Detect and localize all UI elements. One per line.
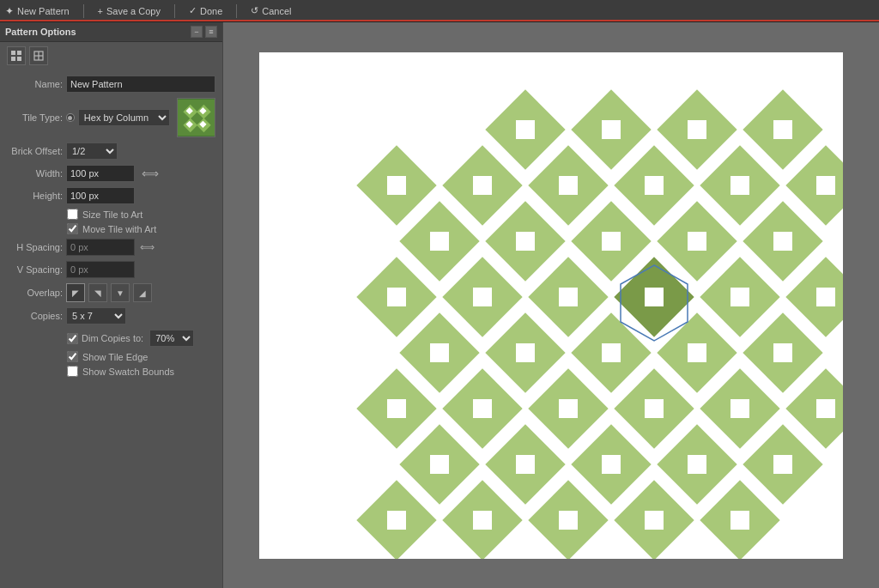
panel-title: Pattern Options [5,27,76,37]
done-btn[interactable]: ✓ Done [189,5,222,16]
save-copy-btn[interactable]: + Save a Copy [98,6,161,16]
name-input[interactable] [66,76,215,93]
size-tile-label: Size Tile to Art [82,209,142,220]
main-area: Pattern Options − ≡ [0,22,879,588]
h-spacing-input[interactable] [66,239,135,256]
panel-controls: − ≡ [191,26,217,38]
pattern-options-panel: Pattern Options − ≡ [0,22,223,588]
move-tile-row: Move Tile with Art [0,221,222,236]
cancel-btn[interactable]: ↺ Cancel [251,5,291,16]
svg-rect-7 [178,99,215,136]
brick-offset-label: Brick Offset: [7,146,63,156]
svg-rect-19 [259,52,269,62]
tile-type-label: Tile Type: [7,112,63,123]
svg-rect-1 [17,51,21,55]
height-row: Height: [0,185,222,207]
dim-copies-select[interactable]: 70% 50% 80% 90% [149,330,194,347]
new-pattern-btn[interactable]: ✦ New Pattern [5,5,70,17]
tile-type-row: Tile Type: Hex by Column Hex by Row Grid… [0,95,222,140]
brick-offset-row: Brick Offset: 1/2 1/3 1/4 [0,140,222,162]
grid-icon-btn[interactable] [7,46,26,65]
canvas-area [223,22,879,588]
show-swatch-checkbox[interactable] [67,366,78,377]
height-input[interactable] [66,187,135,204]
brick-offset-select[interactable]: 1/2 1/3 1/4 [66,142,118,160]
height-label: Height: [7,191,63,201]
name-row: Name: [0,73,222,95]
svg-rect-0 [11,51,15,55]
new-pattern-label: New Pattern [17,6,70,16]
svg-rect-16 [259,52,300,93]
svg-rect-3 [17,57,21,61]
v-spacing-row: V Spacing: [0,258,222,281]
width-label: Width: [7,168,63,179]
width-row: Width: ⟺ [0,162,222,185]
h-spacing-label: H Spacing: [7,242,63,252]
dim-copies-label: Dim Copies to: [82,333,143,343]
canvas-white[interactable] [259,52,843,559]
svg-rect-17 [259,52,269,62]
panel-icon-row [0,42,222,70]
size-tile-checkbox[interactable] [67,209,78,220]
overlap-bl-btn[interactable]: ▼ [111,283,130,302]
show-tile-checkbox[interactable] [67,351,78,362]
show-swatch-row: Show Swatch Bounds [0,364,222,379]
overlap-label: Overlap: [7,288,63,298]
size-tile-row: Size Tile to Art [0,207,222,221]
copies-row: Copies: 5 x 7 3 x 3 5 x 5 7 x 7 [0,305,222,327]
show-swatch-label: Show Swatch Bounds [82,367,174,377]
v-spacing-input[interactable] [66,261,135,278]
overlap-tr-btn[interactable]: ◥ [88,283,107,302]
pattern-svg [259,52,843,559]
divider-2 [174,4,175,18]
save-copy-label: Save a Copy [106,6,161,16]
show-tile-row: Show Tile Edge [0,349,222,364]
h-spacing-row: H Spacing: ⟺ [0,236,222,258]
v-spacing-label: V Spacing: [7,264,63,275]
dim-copies-checkbox[interactable] [67,333,78,344]
panel-menu-btn[interactable]: ≡ [205,26,217,38]
h-spacing-link-icon[interactable]: ⟺ [140,241,155,253]
dim-copies-row: Dim Copies to: 70% 50% 80% 90% [0,327,222,349]
tile-type-select[interactable]: Hex by Column Hex by Row Grid Brick by R… [78,109,170,126]
top-toolbar: ✦ New Pattern + Save a Copy ✓ Done ↺ Can… [0,0,879,22]
copies-label: Copies: [7,311,63,321]
copies-select[interactable]: 5 x 7 3 x 3 5 x 5 7 x 7 [66,307,126,324]
tile-icon-btn[interactable] [29,46,48,65]
done-icon: ✓ [189,5,197,16]
move-tile-label: Move Tile with Art [82,224,156,234]
tile-type-radio[interactable] [66,113,75,122]
overlap-tl-btn[interactable]: ◤ [66,283,85,302]
panel-body: Name: Tile Type: Hex by Column Hex by Ro… [0,70,222,588]
show-tile-label: Show Tile Edge [82,352,148,362]
tile-preview [177,98,215,137]
move-tile-checkbox[interactable] [67,223,78,234]
divider-3 [236,4,237,18]
overlap-row: Overlap: ◤ ◥ ▼ ◢ [0,281,222,305]
save-icon: + [98,6,103,16]
svg-rect-18 [259,52,300,93]
cancel-label: Cancel [262,6,291,16]
cancel-icon: ↺ [251,5,258,16]
overlap-br-btn[interactable]: ◢ [133,283,152,302]
panel-header: Pattern Options − ≡ [0,22,222,42]
width-input[interactable] [66,165,135,182]
panel-collapse-btn[interactable]: − [191,26,203,38]
divider-1 [83,4,84,18]
svg-rect-2 [11,57,15,61]
done-label: Done [200,6,222,16]
new-pattern-icon: ✦ [5,5,14,17]
link-dimensions-icon[interactable]: ⟺ [142,167,159,180]
name-label: Name: [7,79,63,89]
